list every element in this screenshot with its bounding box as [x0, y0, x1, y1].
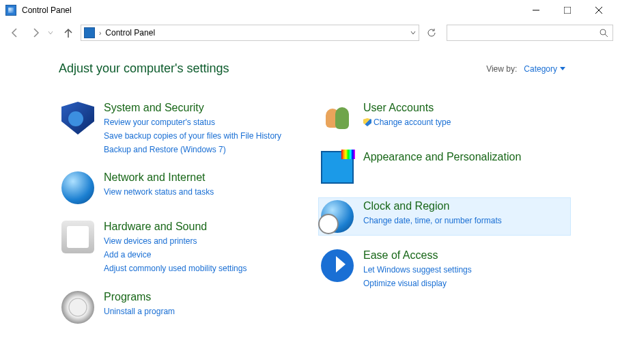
address-text: Control Panel — [105, 28, 155, 38]
window-title: Control Panel — [22, 5, 72, 15]
window-controls — [520, 0, 615, 20]
category-hardware[interactable]: Hardware and SoundView devices and print… — [59, 218, 311, 277]
category-user-accounts[interactable]: User AccountsChange account type — [318, 99, 571, 137]
category-body: System and SecurityReview your computer'… — [104, 102, 281, 155]
window-titlebar: Control Panel — [0, 0, 620, 20]
category-title[interactable]: Network and Internet — [104, 171, 214, 184]
content-area: Adjust your computer's settings View by:… — [0, 45, 620, 337]
search-icon — [599, 28, 608, 38]
right-column: User AccountsChange account typeAppearan… — [318, 99, 571, 337]
search-box[interactable] — [447, 25, 613, 41]
refresh-button[interactable] — [423, 25, 440, 41]
category-body: Ease of AccessLet Windows suggest settin… — [363, 249, 472, 290]
content-header: Adjust your computer's settings View by:… — [59, 61, 620, 76]
view-by: View by: Category — [486, 64, 565, 74]
category-title[interactable]: Ease of Access — [363, 249, 472, 262]
category-link[interactable]: Review your computer's status — [104, 117, 281, 128]
category-links: Change date, time, or number formats — [363, 215, 502, 227]
category-title[interactable]: Hardware and Sound — [104, 221, 246, 233]
category-link[interactable]: Adjust commonly used mobility settings — [104, 263, 246, 275]
back-button[interactable] — [7, 25, 23, 41]
category-body: Network and InternetView network status … — [104, 171, 214, 198]
category-body: Hardware and SoundView devices and print… — [104, 221, 246, 274]
prog-icon — [61, 291, 94, 324]
recent-locations-button[interactable] — [48, 28, 56, 38]
category-link[interactable]: Backup and Restore (Windows 7) — [104, 144, 281, 156]
category-body: User AccountsChange account type — [363, 102, 451, 128]
svg-line-6 — [605, 34, 608, 37]
category-link[interactable]: Let Windows suggest settings — [363, 264, 472, 276]
control-panel-icon — [5, 5, 16, 16]
category-link[interactable]: Change date, time, or number formats — [363, 215, 502, 227]
category-title[interactable]: System and Security — [104, 102, 281, 114]
uac-shield-icon — [363, 118, 371, 126]
category-title[interactable]: Clock and Region — [363, 200, 502, 212]
category-link[interactable]: Change account type — [363, 117, 451, 128]
hw-icon — [61, 221, 94, 253]
category-title[interactable]: Programs — [104, 291, 175, 303]
minimize-button[interactable] — [520, 0, 552, 20]
category-network[interactable]: Network and InternetView network status … — [59, 169, 311, 207]
category-link[interactable]: Add a device — [104, 249, 246, 261]
view-by-label: View by: — [486, 64, 517, 74]
svg-rect-1 — [564, 7, 571, 14]
appear-icon — [321, 151, 354, 184]
category-links: Change account type — [363, 117, 451, 128]
close-button[interactable] — [583, 0, 615, 20]
address-bar[interactable]: › Control Panel — [81, 25, 419, 41]
category-links: Review your computer's statusSave backup… — [104, 117, 281, 155]
shield-icon — [61, 102, 94, 135]
page-heading: Adjust your computer's settings — [59, 61, 229, 76]
category-body: ProgramsUninstall a program — [104, 291, 175, 318]
category-links: View devices and printersAdd a deviceAdj… — [104, 236, 246, 274]
category-link[interactable]: Uninstall a program — [104, 306, 175, 318]
clock-icon — [321, 200, 354, 233]
control-panel-icon — [84, 27, 95, 38]
chevron-down-icon — [560, 67, 565, 70]
category-columns: System and SecurityReview your computer'… — [59, 99, 620, 337]
left-column: System and SecurityReview your computer'… — [59, 99, 311, 337]
address-dropdown[interactable] — [410, 30, 416, 36]
search-input[interactable] — [451, 28, 599, 38]
svg-point-5 — [600, 29, 606, 35]
ease-icon — [321, 249, 354, 282]
forward-button[interactable] — [27, 25, 44, 41]
view-by-dropdown[interactable]: Category — [524, 64, 565, 74]
category-appearance[interactable]: Appearance and Personalization — [318, 148, 571, 186]
view-by-value: Category — [524, 64, 557, 74]
category-link[interactable]: Save backup copies of your files with Fi… — [104, 130, 281, 142]
users-icon — [321, 102, 354, 135]
category-programs[interactable]: ProgramsUninstall a program — [59, 288, 311, 326]
navigation-bar: › Control Panel — [0, 20, 620, 45]
category-ease-access[interactable]: Ease of AccessLet Windows suggest settin… — [318, 247, 571, 292]
category-link[interactable]: Optimize visual display — [363, 278, 472, 290]
chevron-right-icon: › — [99, 29, 101, 37]
category-system-security[interactable]: System and SecurityReview your computer'… — [59, 99, 311, 158]
category-body: Appearance and Personalization — [363, 151, 521, 166]
category-links: Uninstall a program — [104, 306, 175, 318]
category-link[interactable]: View devices and printers — [104, 236, 246, 247]
maximize-button[interactable] — [552, 0, 583, 20]
category-body: Clock and RegionChange date, time, or nu… — [363, 200, 502, 227]
category-clock-region[interactable]: Clock and RegionChange date, time, or nu… — [318, 197, 571, 236]
net-icon — [61, 171, 94, 204]
up-button[interactable] — [60, 25, 76, 41]
category-link[interactable]: View network status and tasks — [104, 186, 214, 198]
category-title[interactable]: Appearance and Personalization — [363, 151, 521, 163]
category-links: View network status and tasks — [104, 186, 214, 198]
category-links: Let Windows suggest settingsOptimize vis… — [363, 264, 472, 290]
category-title[interactable]: User Accounts — [363, 102, 451, 114]
